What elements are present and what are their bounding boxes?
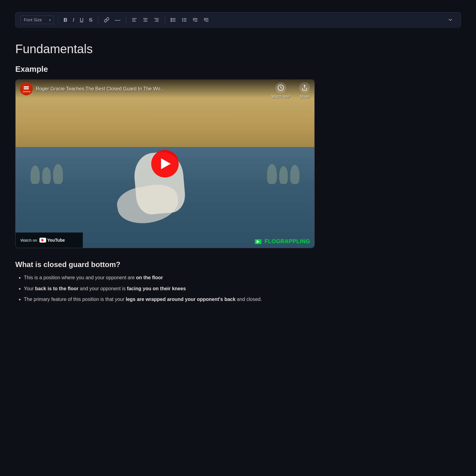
bullet-text-3-bold: legs are wrapped around your opponent's …: [126, 297, 235, 302]
align-right-button[interactable]: [152, 16, 161, 24]
bullet-text-3-before: The primary feature of this position is …: [24, 297, 126, 302]
share-button[interactable]: Share: [299, 82, 310, 99]
link-button[interactable]: [102, 16, 111, 24]
play-button[interactable]: [151, 150, 179, 178]
svg-marker-24: [24, 86, 29, 88]
font-size-label: Font Size: [24, 17, 42, 22]
bullet-text-2-bold1: back is to the floor: [35, 286, 79, 291]
page-title: Fundamentals: [15, 42, 315, 56]
indent-decrease-button[interactable]: [202, 16, 211, 24]
toolbar-divider-3: [126, 16, 126, 23]
bullet-text-2-before: Your: [24, 286, 35, 291]
toolbar-divider-2: [98, 16, 98, 23]
share-label: Share: [300, 94, 309, 99]
toolbar-divider-4: [165, 16, 165, 23]
bullet-text-1-before: This is a position where you and your op…: [24, 275, 136, 280]
share-icon: [299, 82, 310, 93]
indent-increase-button[interactable]: [191, 16, 200, 24]
strikethrough-button[interactable]: S: [87, 16, 94, 24]
youtube-play-icon: [39, 238, 46, 243]
svg-text:GRAPPLING: GRAPPLING: [23, 91, 31, 93]
bullet-text-3-after: and closed.: [236, 297, 262, 302]
flo-grappling-logo: FLOGRAPPLING: [255, 238, 310, 245]
watch-later-button[interactable]: Watch later: [272, 82, 290, 99]
watch-on-text: Watch on: [20, 238, 37, 243]
italic-button[interactable]: I: [71, 16, 76, 24]
svg-marker-25: [24, 88, 29, 90]
hr-button[interactable]: —: [113, 16, 122, 24]
flo-brand-text: FLOGRAPPLING: [265, 238, 310, 244]
bold-button[interactable]: B: [62, 16, 69, 24]
underline-button[interactable]: U: [78, 16, 85, 24]
svg-point-12: [171, 18, 171, 19]
channel-logo: GRAPPLING: [20, 82, 33, 95]
example-heading: Example: [15, 64, 315, 74]
youtube-logo: YouTube: [39, 238, 65, 243]
youtube-text: YouTube: [47, 238, 65, 243]
channel-logo-svg: GRAPPLING: [22, 85, 31, 93]
editor-toolbar: Font Size ▾ B I U S —: [15, 12, 461, 27]
align-left-button[interactable]: [130, 16, 139, 24]
list-bullet-button[interactable]: [169, 16, 178, 24]
toolbar-divider-1: [58, 16, 58, 23]
watch-later-icon: [275, 82, 286, 93]
bullet-text-2-mid: and your opponent is: [79, 286, 127, 291]
video-title: Roger Gracie Teaches The Best Closed Gua…: [36, 86, 164, 92]
play-triangle-icon: [161, 158, 171, 169]
closed-guard-heading: What is closed guard bottom?: [15, 260, 315, 269]
align-center-button[interactable]: [141, 16, 150, 24]
video-inner: GRAPPLING Roger Gracie Teaches The Best …: [16, 80, 314, 248]
font-size-dropdown[interactable]: Font Size ▾: [20, 16, 54, 24]
youtube-play-triangle: [42, 239, 44, 242]
toolbar-expand-button[interactable]: [445, 16, 456, 24]
font-size-chevron-icon: ▾: [49, 18, 51, 22]
list-number-button[interactable]: [180, 16, 189, 24]
list-item: Your back is to the floor and your oppon…: [24, 285, 315, 293]
svg-point-13: [171, 20, 171, 20]
bullet-text-1-bold: on the floor: [136, 275, 163, 280]
watch-later-label: Watch later: [272, 94, 290, 99]
bullet-text-2-bold2: facing you on their knees: [127, 286, 186, 291]
list-item: This is a position where you and your op…: [24, 274, 315, 282]
bullet-list: This is a position where you and your op…: [15, 274, 315, 303]
video-embed[interactable]: GRAPPLING Roger Gracie Teaches The Best …: [15, 79, 315, 248]
video-header: GRAPPLING Roger Gracie Teaches The Best …: [16, 80, 314, 98]
svg-point-14: [171, 21, 171, 21]
list-item: The primary feature of this position is …: [24, 295, 315, 303]
youtube-bar[interactable]: Watch on YouTube: [16, 233, 83, 248]
content-area: Fundamentals Example: [15, 42, 315, 303]
